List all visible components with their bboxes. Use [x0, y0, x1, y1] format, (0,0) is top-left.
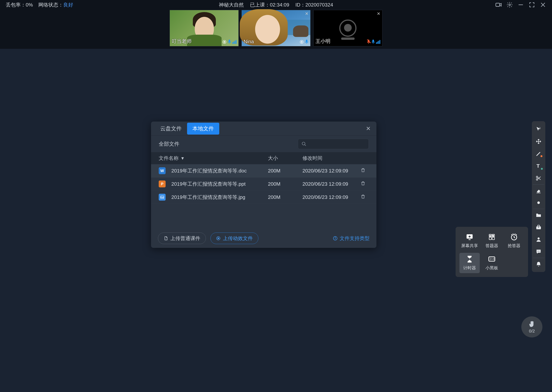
play-circle-icon [216, 236, 221, 241]
svg-rect-10 [306, 40, 307, 42]
tool-text[interactable]: T [533, 160, 544, 172]
tool-mini-blackboard[interactable]: 2+3 小黑板 [482, 253, 502, 273]
participant-name: 叮当老师 [172, 38, 192, 45]
hand-icon [528, 320, 536, 328]
tool-pen[interactable] [533, 147, 544, 160]
raise-hand-badge[interactable]: 0/2 [521, 316, 542, 337]
file-doc-icon: W [159, 167, 166, 174]
file-row[interactable]: W2019年工作汇报情况查询等等.doc 200M 2020/06/23 12:… [151, 164, 377, 177]
svg-point-9 [301, 41, 302, 42]
file-image-icon [159, 194, 166, 201]
tab-cloud-files[interactable]: 云盘文件 [155, 123, 187, 134]
fullscreen-icon[interactable] [529, 1, 535, 8]
file-row[interactable]: P2019年工作汇报情况查询等等.ppt 200M 2020/06/23 12:… [151, 177, 377, 191]
video-tile-student-1[interactable]: ✕ Nina [241, 10, 311, 46]
mic-muted-icon [367, 39, 370, 45]
svg-rect-0 [496, 3, 500, 7]
svg-rect-25 [492, 237, 494, 240]
video-tile-teacher[interactable]: 叮当老师 [170, 10, 239, 46]
tile-close-icon[interactable]: ✕ [377, 11, 380, 16]
svg-rect-36 [536, 226, 541, 229]
mic-icon [305, 39, 308, 45]
filter-all-files[interactable]: 全部文件 [159, 140, 179, 147]
tool-buzzer[interactable]: 抢答器 [504, 231, 524, 251]
elapsed-time: 已上课：02:34:09 [250, 1, 289, 8]
close-icon[interactable] [540, 1, 546, 8]
record-icon [222, 40, 226, 44]
svg-point-38 [538, 237, 540, 239]
svg-point-41 [539, 251, 540, 252]
svg-line-14 [305, 145, 306, 146]
tool-timer[interactable]: 计时器 [459, 253, 480, 273]
tool-folder[interactable] [533, 209, 544, 221]
document-icon [163, 236, 168, 241]
svg-point-32 [536, 176, 538, 178]
tool-chat[interactable] [533, 245, 544, 258]
settings-icon[interactable] [506, 1, 513, 8]
tool-toolbox[interactable] [533, 221, 544, 233]
col-header-name[interactable]: 文件名称 ▾ [159, 155, 268, 161]
delete-icon[interactable] [357, 181, 369, 187]
screen-share-icon [465, 233, 474, 241]
tile-close-icon[interactable]: ✕ [305, 11, 308, 16]
svg-point-33 [536, 179, 538, 180]
table-header: 文件名称 ▾ 大小 修改时间 [151, 152, 377, 164]
svg-text:2+3: 2+3 [490, 258, 494, 260]
camera-off-icon [339, 20, 356, 37]
record-icon [300, 40, 304, 44]
search-input[interactable] [298, 139, 369, 149]
video-tile-student-2[interactable]: ✕ 王小明 [313, 10, 382, 46]
svg-point-13 [302, 142, 305, 145]
tool-bell[interactable] [533, 258, 544, 270]
col-header-size[interactable]: 大小 [268, 155, 302, 161]
delete-icon[interactable] [357, 194, 369, 200]
signal-icon [232, 40, 237, 44]
top-bar: 丢包率：0% 网络状态：良好 神秘大自然 已上课：02:34:09 ID：202… [0, 0, 552, 10]
blackboard-icon: 2+3 [488, 255, 496, 263]
svg-rect-24 [489, 237, 491, 240]
tab-local-files[interactable]: 本地文件 [187, 123, 219, 134]
buzzer-icon [510, 233, 518, 241]
file-panel: 云盘文件 本地文件 ✕ 全部文件 文件名称 ▾ 大小 修改时间 W2019年工作… [151, 122, 377, 248]
upload-normal-button[interactable]: 上传普通课件 [158, 232, 206, 244]
participant-name: Nina [244, 39, 254, 45]
session-id: ID：2020070324 [295, 1, 333, 8]
hand-count: 0/2 [529, 329, 535, 334]
tool-answer-clicker[interactable]: AB 答题器 [482, 231, 502, 251]
svg-point-6 [224, 41, 225, 42]
tool-move[interactable] [533, 135, 544, 147]
net-status: 网络状态：良好 [38, 1, 73, 8]
class-title: 神秘大自然 [219, 1, 244, 8]
col-header-time[interactable]: 修改时间 [302, 155, 357, 161]
svg-rect-12 [372, 40, 374, 42]
svg-point-40 [538, 251, 539, 252]
tool-user[interactable] [533, 233, 544, 245]
tool-scissors[interactable] [533, 172, 544, 184]
supported-types-link[interactable]: 文件支持类型 [333, 235, 370, 242]
tool-popup: 屏幕共享 AB 答题器 抢答器 计时器 2+3 小黑板 [456, 227, 528, 277]
svg-point-39 [538, 251, 538, 252]
tool-screen-share[interactable]: 屏幕共享 [459, 231, 480, 251]
svg-text:A: A [490, 235, 491, 237]
panel-close-icon[interactable]: ✕ [364, 123, 373, 134]
file-ppt-icon: P [159, 181, 166, 187]
side-toolbar: T [532, 121, 545, 272]
minimize-icon[interactable] [517, 1, 524, 8]
svg-rect-21 [469, 239, 471, 240]
tool-eraser[interactable] [533, 184, 544, 196]
signal-icon [376, 40, 380, 44]
svg-text:B: B [493, 235, 494, 237]
svg-point-35 [537, 201, 540, 204]
file-row[interactable]: 2019年工作汇报情况查询等等.jpg 200M 2020/06/23 12:0… [151, 191, 377, 204]
svg-point-1 [509, 4, 511, 6]
timer-icon [465, 255, 474, 263]
svg-point-19 [335, 237, 335, 238]
packet-loss: 丢包率：0% [6, 1, 33, 8]
info-icon [333, 236, 338, 241]
tool-laser[interactable] [533, 196, 544, 209]
delete-icon[interactable] [357, 168, 369, 174]
svg-text:T: T [537, 163, 539, 169]
camera-icon[interactable] [495, 1, 502, 8]
tool-cursor[interactable] [533, 123, 544, 135]
upload-dynamic-button[interactable]: 上传动效文件 [211, 232, 258, 244]
